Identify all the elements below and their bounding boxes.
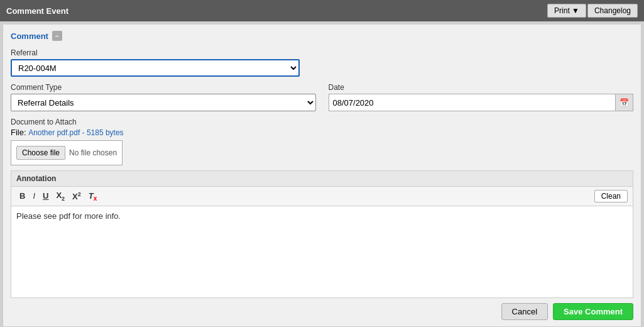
annotation-editor[interactable]: Please see pdf for more info. bbox=[11, 206, 633, 297]
toolbar-buttons: B I U X2 X2 Tx bbox=[16, 189, 100, 203]
bold-button[interactable]: B bbox=[16, 190, 28, 202]
file-link[interactable]: Another pdf.pdf - 5185 bytes bbox=[28, 128, 123, 137]
two-col-row: Comment Type Referral Details Date 📅 bbox=[11, 83, 633, 111]
section-title: Comment bbox=[11, 31, 48, 41]
annotation-header: Annotation bbox=[11, 171, 633, 187]
section-header: Comment − bbox=[11, 31, 633, 42]
date-col: Date 📅 bbox=[329, 83, 634, 111]
document-label: Document to Attach bbox=[11, 118, 633, 126]
calendar-button[interactable]: 📅 bbox=[616, 94, 633, 111]
referral-label: Referral bbox=[11, 48, 633, 57]
choose-file-button[interactable]: Choose file bbox=[16, 146, 65, 160]
annotation-section: Annotation B I U X2 X2 Tx Clean Please s… bbox=[11, 170, 633, 298]
bottom-bar: Cancel Save Comment bbox=[501, 303, 633, 320]
no-file-text: No file chosen bbox=[69, 148, 117, 157]
calendar-icon: 📅 bbox=[619, 98, 629, 107]
subscript-button[interactable]: X2 bbox=[53, 189, 68, 203]
file-info: File: Another pdf.pdf - 5185 bytes bbox=[11, 128, 633, 137]
file-prefix: File: bbox=[11, 128, 26, 137]
date-input-wrap: 📅 bbox=[329, 94, 634, 111]
annotation-content: Please see pdf for more info. bbox=[16, 211, 121, 221]
print-button[interactable]: Print ▼ bbox=[547, 4, 586, 18]
main-content: Comment − Referral R20-004M Comment Type… bbox=[3, 24, 641, 327]
changelog-button[interactable]: Changelog bbox=[587, 4, 638, 18]
clear-format-button[interactable]: Tx bbox=[85, 190, 101, 202]
document-section: Document to Attach File: Another pdf.pdf… bbox=[11, 118, 633, 165]
date-input[interactable] bbox=[329, 94, 616, 111]
date-label: Date bbox=[329, 83, 634, 92]
clean-button[interactable]: Clean bbox=[594, 190, 628, 202]
superscript-button[interactable]: X2 bbox=[69, 190, 84, 202]
comment-type-col: Comment Type Referral Details bbox=[11, 83, 316, 111]
file-chooser-box: Choose file No file chosen bbox=[11, 140, 123, 165]
tx-icon: Tx bbox=[89, 191, 97, 201]
referral-row: Referral R20-004M bbox=[11, 48, 633, 77]
cancel-button[interactable]: Cancel bbox=[501, 303, 548, 320]
window-title: Comment Event bbox=[6, 6, 68, 16]
title-bar: Comment Event Print ▼ Changelog bbox=[0, 0, 644, 21]
referral-select[interactable]: R20-004M bbox=[11, 59, 300, 77]
italic-button[interactable]: I bbox=[30, 190, 38, 202]
underline-button[interactable]: U bbox=[40, 190, 52, 202]
annotation-toolbar: B I U X2 X2 Tx Clean bbox=[11, 187, 633, 206]
save-comment-button[interactable]: Save Comment bbox=[553, 303, 633, 320]
collapse-button[interactable]: − bbox=[52, 31, 62, 41]
comment-type-select[interactable]: Referral Details bbox=[11, 94, 316, 111]
title-bar-buttons: Print ▼ Changelog bbox=[547, 4, 638, 18]
comment-type-label: Comment Type bbox=[11, 83, 316, 92]
